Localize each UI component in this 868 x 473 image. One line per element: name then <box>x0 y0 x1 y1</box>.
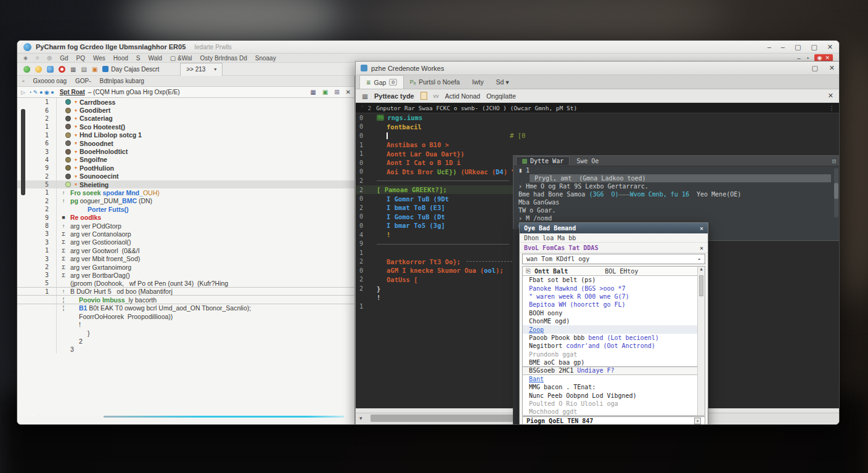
chevron-down-icon[interactable]: ▾ <box>75 108 77 113</box>
menu-item[interactable]: Wes <box>93 55 105 62</box>
tree-row[interactable]: 2▾Sounooecint <box>17 172 354 180</box>
doc-row[interactable]: › Hme O og Rat 9S Lexbo Gertarrarc. <box>514 182 840 190</box>
editor-tab[interactable]: PₐPurtsl o Noefa <box>404 75 466 89</box>
close-icon[interactable]: ✕ <box>829 64 835 72</box>
dialog-search-combo[interactable]: wan Tom KDdfl ogy ▸ <box>522 254 705 264</box>
code-row[interactable]: 2Porter Futts() <box>17 205 354 213</box>
list-item[interactable]: " waren week R O00 wne G(7) <box>523 293 705 301</box>
list-item[interactable]: Prundonb ggat <box>523 350 705 358</box>
menu-item[interactable]: Gd <box>60 55 68 62</box>
close-icon[interactable]: ✕ <box>700 245 703 251</box>
list-item[interactable]: Fbat sot belt (ps) <box>523 276 705 284</box>
code-line[interactable]: 0fontbacil <box>356 123 840 132</box>
menu-item[interactable]: ▢ &Wal <box>170 55 192 62</box>
tab-explorer[interactable]: Gxoooo oag <box>33 78 67 84</box>
doc-row[interactable]: › M /nomd <box>514 214 840 222</box>
list-item[interactable]: Mochhood ggdt <box>523 408 705 416</box>
code-line[interactable]: 0fnrngs.iums <box>356 113 840 123</box>
code-row[interactable]: 3Σarg ver Mbit froent_Sod) <box>17 254 354 262</box>
toolbar-action-2[interactable]: Ongqilatte <box>486 92 516 100</box>
keyboard-icon[interactable]: ▦ <box>70 66 76 73</box>
editor-tab[interactable]: Sd ▾ <box>489 75 515 89</box>
yellow-status-icon[interactable] <box>35 66 42 73</box>
close-icon[interactable]: ✕ <box>828 92 833 100</box>
menu-item[interactable]: Osty Brlrdnas Dd <box>200 55 247 62</box>
list-item[interactable]: MMG bacon . TEnat: <box>523 383 705 391</box>
run-config-label[interactable]: Day Cajas Descrt <box>102 66 159 73</box>
toolbar-action-1[interactable]: Actid Nonad <box>445 92 480 100</box>
chevron-down-icon[interactable]: ▾ <box>75 116 77 121</box>
chevron-down-icon[interactable]: ▾ <box>75 157 77 163</box>
left-scrollbar-thumb[interactable] <box>21 109 25 195</box>
tree-row[interactable]: 3▾BooeHnolodtict <box>17 147 354 155</box>
list-header[interactable]: ⎘ Ontt Balt BOL EHtoy <box>523 267 705 276</box>
tree-row[interactable]: 9▾PootHulion <box>17 164 354 172</box>
zoom-combo[interactable]: >> 213▾ <box>180 63 223 76</box>
dialog-scrollbar-track[interactable]: ▲ <box>697 267 705 415</box>
chevron-down-icon[interactable]: ▾ <box>75 149 77 155</box>
menu-item[interactable]: Wald <box>148 55 162 62</box>
pin-icon[interactable]: ▤ <box>81 66 86 73</box>
doc-row[interactable]: TW o Goar. <box>514 206 840 214</box>
layout-icon[interactable]: ▣ <box>322 89 328 95</box>
list-item[interactable]: Poulted O Rio Ulooli oga <box>523 400 705 408</box>
code-row[interactable]: 2 <box>17 337 354 345</box>
tree-row[interactable]: 5▾Sheieting <box>17 180 354 188</box>
editor-header-bar[interactable]: ′ 2 Gnputor Rar Swaa FCKC o swnb- (JCHO … <box>356 103 840 113</box>
close-icon[interactable]: ✕ <box>346 89 351 95</box>
doc-row[interactable]: Prygl, amt (Gmna Ladkoo toed) <box>530 174 831 182</box>
chevron-down-icon[interactable]: ▾ <box>75 174 77 179</box>
list-item[interactable]: Nunc Peeb Oobpnd Lod Vibgned) <box>523 391 705 399</box>
list-item[interactable]: BSGsoeb 2HC1 Undiaye F? <box>523 366 705 374</box>
close-icon[interactable]: ✕ <box>700 225 703 232</box>
more-icon[interactable]: ⋮ <box>829 105 835 111</box>
dialog-footer-combo[interactable]: Piogn_QoEL TEN 847 ▾ <box>522 416 705 425</box>
code-line[interactable]: 0# [0 <box>356 131 840 140</box>
code-row[interactable]: 5(jproom (Doohook, wf Po ot Pen (ount 34… <box>17 280 354 288</box>
tab-gop[interactable]: GOP- <box>75 78 91 84</box>
code-row[interactable]: 3 <box>17 346 354 354</box>
expander-icon[interactable]: ▷ <box>21 89 25 95</box>
window-control-button[interactable]: ▢ <box>795 43 801 51</box>
menu-item[interactable]: Hood <box>113 55 128 62</box>
chevron-down-icon[interactable]: ▾ <box>75 124 77 129</box>
secondary-title-bar[interactable]: pzhe Credenote Workes ▢ ✕ <box>356 62 840 75</box>
code-row[interactable]: 1↑Fro soeek spodar Mnd_OUH) <box>17 188 354 196</box>
doc-tab-active[interactable]: Dytte War <box>516 156 570 165</box>
doc-row[interactable]: ▮ 1 <box>514 166 840 174</box>
code-row[interactable]: FoorrOoHoorek Proopodilliooa)) <box>17 312 354 320</box>
code-row[interactable]: 1↑B DuOr Hurt 5 od boo (Mabantiforj <box>17 288 354 296</box>
menu-icon-1[interactable]: ◈ <box>23 55 28 61</box>
list-item[interactable]: Paoob Pbook bbb bend (Lot becioenl) <box>523 334 705 342</box>
dialog-menu-row[interactable]: Dhon loa Ma bb <box>520 233 708 243</box>
scroll-up-icon[interactable]: ▲ <box>698 267 705 274</box>
chevron-down-icon[interactable]: ▾ <box>75 132 77 138</box>
menu-icon-3[interactable]: ◎ <box>47 55 52 61</box>
record-close-icon[interactable]: ✕ <box>825 55 830 61</box>
code-row[interactable]: ¦B1 B0t EAK T0 owowg bcrl Umd_aod_ON Tbo… <box>17 304 354 312</box>
menu-icon-2[interactable]: ○ <box>36 55 39 61</box>
doc-row[interactable]: Bme had Bone Samoa (3G6 O)———Wvom Cmnb, … <box>514 190 840 198</box>
tree-row[interactable]: 2▾Cscateriag <box>17 115 354 123</box>
list-item[interactable]: BOOH oony <box>523 309 705 317</box>
tab-settings[interactable]: Bdtnlpas kubarg <box>100 78 144 84</box>
grid-icon[interactable]: ▦ <box>310 89 316 95</box>
list-item[interactable]: Bant <box>523 375 705 383</box>
dialog-scope-row[interactable]: BvoL FomCas Tat DDAS ✕ <box>520 243 708 253</box>
list-item[interactable]: Zoop <box>523 325 705 333</box>
list-item[interactable]: ChonME ogd) <box>523 317 705 325</box>
code-row[interactable]: 2↑pg ooguer_DUM_BMC (DN) <box>17 197 354 205</box>
list-item[interactable]: Negitbort codnr'and (Oot Anctrond) <box>523 342 705 350</box>
menu-item[interactable]: Snoaay <box>255 55 276 62</box>
tool-icons[interactable]: ◔ ✎ ● ◉ ● <box>28 89 54 95</box>
code-row[interactable]: } <box>17 329 354 337</box>
panel-icon[interactable]: ▦ <box>362 92 368 100</box>
tree-row[interactable]: 1▾Hnd Libolop sotcg 1 <box>17 131 354 139</box>
list-item[interactable]: Bepitoa WH (hoorctt go FL) <box>523 301 705 309</box>
diff-icon[interactable]: ⊞ <box>334 89 339 95</box>
tree-row[interactable]: 6▾Shooodnet <box>17 139 354 147</box>
tree-row[interactable]: 6▾Goodibert <box>17 106 354 114</box>
minimize-icon[interactable]: – <box>797 55 801 62</box>
chevron-down-icon[interactable]: ▾ <box>75 140 77 146</box>
chevron-down-icon[interactable]: ▾ <box>694 418 701 424</box>
